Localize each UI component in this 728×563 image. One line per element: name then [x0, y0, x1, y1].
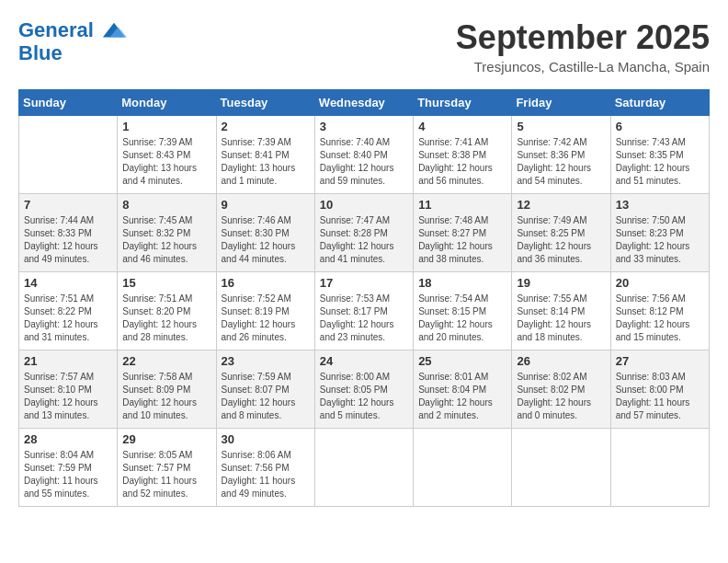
header-row: SundayMondayTuesdayWednesdayThursdayFrid…	[19, 90, 710, 116]
day-number: 11	[418, 198, 506, 212]
calendar-cell: 11Sunrise: 7:48 AM Sunset: 8:27 PM Dayli…	[414, 194, 512, 272]
calendar-cell: 7Sunrise: 7:44 AM Sunset: 8:33 PM Daylig…	[19, 194, 118, 272]
page-header: General Blue September 2025 Tresjuncos, …	[18, 18, 710, 75]
calendar-cell	[512, 429, 610, 507]
day-number: 3	[320, 120, 408, 133]
calendar-cell: 20Sunrise: 7:56 AM Sunset: 8:12 PM Dayli…	[610, 272, 709, 350]
day-number: 1	[122, 120, 210, 133]
day-number: 9	[222, 198, 310, 212]
cell-info: Sunrise: 8:05 AM Sunset: 7:57 PM Dayligh…	[122, 449, 210, 500]
calendar-cell: 10Sunrise: 7:47 AM Sunset: 8:28 PM Dayli…	[314, 194, 413, 272]
cell-info: Sunrise: 7:39 AM Sunset: 8:41 PM Dayligh…	[222, 136, 310, 188]
calendar-cell: 1Sunrise: 7:39 AM Sunset: 8:43 PM Daylig…	[118, 116, 216, 194]
day-number: 16	[222, 276, 310, 290]
day-number: 26	[517, 354, 605, 368]
day-number: 17	[320, 276, 408, 290]
calendar-cell: 5Sunrise: 7:42 AM Sunset: 8:36 PM Daylig…	[512, 116, 610, 194]
day-number: 7	[24, 198, 112, 212]
cell-info: Sunrise: 7:39 AM Sunset: 8:43 PM Dayligh…	[122, 136, 210, 188]
calendar-cell: 6Sunrise: 7:43 AM Sunset: 8:35 PM Daylig…	[610, 116, 709, 194]
day-number: 2	[222, 120, 310, 133]
cell-info: Sunrise: 7:57 AM Sunset: 8:10 PM Dayligh…	[24, 371, 112, 422]
cell-info: Sunrise: 7:54 AM Sunset: 8:15 PM Dayligh…	[418, 293, 506, 344]
day-number: 8	[122, 198, 210, 212]
day-number: 10	[320, 198, 408, 212]
logo-text: General	[18, 18, 127, 44]
day-number: 30	[222, 432, 310, 446]
logo-blue: Blue	[18, 42, 127, 64]
calendar-cell	[414, 429, 512, 507]
day-number: 18	[418, 276, 506, 290]
day-header-sunday: Sunday	[19, 90, 118, 116]
calendar-cell: 14Sunrise: 7:51 AM Sunset: 8:22 PM Dayli…	[19, 272, 118, 350]
calendar-cell: 8Sunrise: 7:45 AM Sunset: 8:32 PM Daylig…	[118, 194, 216, 272]
calendar-cell: 2Sunrise: 7:39 AM Sunset: 8:41 PM Daylig…	[216, 116, 314, 194]
cell-info: Sunrise: 7:51 AM Sunset: 8:22 PM Dayligh…	[24, 293, 112, 344]
calendar-cell: 25Sunrise: 8:01 AM Sunset: 8:04 PM Dayli…	[414, 350, 512, 429]
day-number: 19	[517, 276, 605, 290]
day-number: 5	[517, 120, 605, 133]
cell-info: Sunrise: 7:48 AM Sunset: 8:27 PM Dayligh…	[418, 214, 506, 266]
cell-info: Sunrise: 7:53 AM Sunset: 8:17 PM Dayligh…	[320, 293, 408, 344]
calendar-cell: 30Sunrise: 8:06 AM Sunset: 7:56 PM Dayli…	[216, 429, 314, 507]
calendar-cell: 4Sunrise: 7:41 AM Sunset: 8:38 PM Daylig…	[414, 116, 512, 194]
calendar-cell	[19, 116, 118, 194]
calendar-week-2: 7Sunrise: 7:44 AM Sunset: 8:33 PM Daylig…	[19, 194, 710, 272]
cell-info: Sunrise: 7:59 AM Sunset: 8:07 PM Dayligh…	[222, 371, 310, 422]
calendar-cell: 26Sunrise: 8:02 AM Sunset: 8:02 PM Dayli…	[512, 350, 610, 429]
location-subtitle: Tresjuncos, Castille-La Mancha, Spain	[456, 59, 710, 75]
day-number: 28	[24, 432, 112, 446]
day-number: 4	[418, 120, 506, 133]
day-number: 14	[24, 276, 112, 290]
day-number: 24	[320, 354, 408, 368]
title-block: September 2025 Tresjuncos, Castille-La M…	[456, 18, 710, 75]
cell-info: Sunrise: 8:03 AM Sunset: 8:00 PM Dayligh…	[616, 371, 704, 422]
day-number: 25	[418, 354, 506, 368]
calendar-cell: 12Sunrise: 7:49 AM Sunset: 8:25 PM Dayli…	[512, 194, 610, 272]
cell-info: Sunrise: 8:00 AM Sunset: 8:05 PM Dayligh…	[320, 371, 408, 422]
calendar-week-3: 14Sunrise: 7:51 AM Sunset: 8:22 PM Dayli…	[19, 272, 710, 350]
calendar-cell: 23Sunrise: 7:59 AM Sunset: 8:07 PM Dayli…	[216, 350, 314, 429]
logo-icon	[101, 18, 127, 44]
calendar-cell: 29Sunrise: 8:05 AM Sunset: 7:57 PM Dayli…	[118, 429, 216, 507]
day-number: 27	[616, 354, 704, 368]
cell-info: Sunrise: 8:04 AM Sunset: 7:59 PM Dayligh…	[24, 449, 112, 500]
calendar-cell: 13Sunrise: 7:50 AM Sunset: 8:23 PM Dayli…	[610, 194, 709, 272]
cell-info: Sunrise: 7:42 AM Sunset: 8:36 PM Dayligh…	[517, 136, 605, 188]
day-number: 29	[122, 432, 210, 446]
calendar-cell: 28Sunrise: 8:04 AM Sunset: 7:59 PM Dayli…	[19, 429, 118, 507]
day-number: 13	[616, 198, 704, 212]
cell-info: Sunrise: 7:46 AM Sunset: 8:30 PM Dayligh…	[222, 214, 310, 266]
cell-info: Sunrise: 8:02 AM Sunset: 8:02 PM Dayligh…	[517, 371, 605, 422]
day-number: 15	[122, 276, 210, 290]
calendar-cell: 21Sunrise: 7:57 AM Sunset: 8:10 PM Dayli…	[19, 350, 118, 429]
day-header-friday: Friday	[512, 90, 610, 116]
calendar-cell	[314, 429, 413, 507]
calendar-table: SundayMondayTuesdayWednesdayThursdayFrid…	[18, 89, 710, 507]
day-header-saturday: Saturday	[610, 90, 709, 116]
calendar-cell: 22Sunrise: 7:58 AM Sunset: 8:09 PM Dayli…	[118, 350, 216, 429]
day-header-thursday: Thursday	[414, 90, 512, 116]
calendar-cell: 27Sunrise: 8:03 AM Sunset: 8:00 PM Dayli…	[610, 350, 709, 429]
cell-info: Sunrise: 7:40 AM Sunset: 8:40 PM Dayligh…	[320, 136, 408, 188]
calendar-cell: 18Sunrise: 7:54 AM Sunset: 8:15 PM Dayli…	[414, 272, 512, 350]
day-number: 23	[222, 354, 310, 368]
cell-info: Sunrise: 7:56 AM Sunset: 8:12 PM Dayligh…	[616, 293, 704, 344]
cell-info: Sunrise: 8:01 AM Sunset: 8:04 PM Dayligh…	[418, 371, 506, 422]
cell-info: Sunrise: 7:47 AM Sunset: 8:28 PM Dayligh…	[320, 214, 408, 266]
day-header-wednesday: Wednesday	[314, 90, 413, 116]
logo: General Blue	[18, 18, 127, 64]
cell-info: Sunrise: 7:45 AM Sunset: 8:32 PM Dayligh…	[122, 214, 210, 266]
calendar-week-1: 1Sunrise: 7:39 AM Sunset: 8:43 PM Daylig…	[19, 116, 710, 194]
cell-info: Sunrise: 7:55 AM Sunset: 8:14 PM Dayligh…	[517, 293, 605, 344]
calendar-cell: 16Sunrise: 7:52 AM Sunset: 8:19 PM Dayli…	[216, 272, 314, 350]
calendar-cell: 9Sunrise: 7:46 AM Sunset: 8:30 PM Daylig…	[216, 194, 314, 272]
day-number: 12	[517, 198, 605, 212]
day-number: 6	[616, 120, 704, 133]
day-header-monday: Monday	[118, 90, 216, 116]
calendar-week-4: 21Sunrise: 7:57 AM Sunset: 8:10 PM Dayli…	[19, 350, 710, 429]
cell-info: Sunrise: 7:52 AM Sunset: 8:19 PM Dayligh…	[222, 293, 310, 344]
day-header-tuesday: Tuesday	[216, 90, 314, 116]
calendar-cell: 24Sunrise: 8:00 AM Sunset: 8:05 PM Dayli…	[314, 350, 413, 429]
cell-info: Sunrise: 7:58 AM Sunset: 8:09 PM Dayligh…	[122, 371, 210, 422]
